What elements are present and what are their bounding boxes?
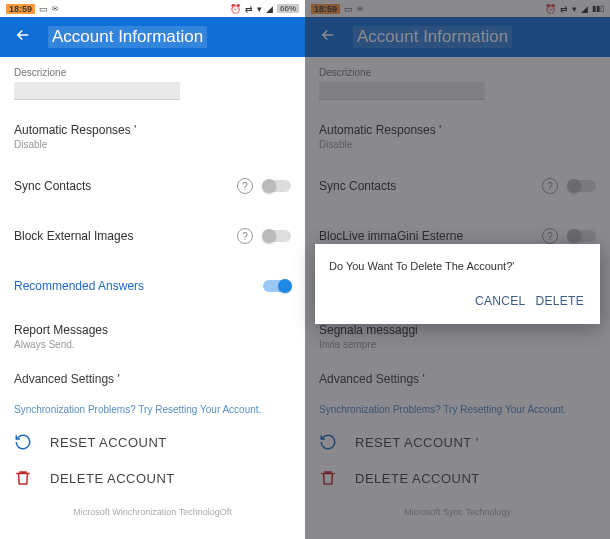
recommended-label: Recommended Answers [14, 279, 144, 293]
sync-contacts-row: Sync Contacts ? [14, 172, 291, 200]
delete-account-row[interactable]: DELETE ACCOUNT [14, 469, 291, 487]
battery-label: 66% [277, 4, 299, 13]
status-icon-app: ▭ [39, 4, 48, 14]
alarm-icon: ⏰ [545, 4, 556, 14]
description-field[interactable] [319, 82, 485, 100]
recommended-toggle[interactable] [263, 280, 291, 292]
help-icon[interactable]: ? [542, 228, 558, 244]
block-images-toggle[interactable] [568, 230, 596, 242]
block-images-toggle[interactable] [263, 230, 291, 242]
link-icon: ⇄ [560, 4, 568, 14]
sync-contacts-row: Sync Contacts ? [319, 172, 596, 200]
reset-icon [319, 433, 337, 451]
description-field[interactable] [14, 82, 180, 100]
description-label: Descrizione [319, 67, 596, 78]
footer-text: Microsoft Sync Technology [319, 507, 596, 517]
block-images-row: Block External Images ? [14, 222, 291, 250]
wifi-icon: ▾ [257, 4, 262, 14]
page-title: Account Information [353, 26, 512, 48]
sync-problems-text: Synchronization Problems? Try Resetting … [319, 404, 596, 415]
help-icon[interactable]: ? [542, 178, 558, 194]
delete-confirm-dialog: Do You Want To Delete The Account?' CANC… [315, 244, 600, 324]
status-time: 18:59 [311, 4, 340, 14]
block-images-label: Block External Images [14, 229, 133, 243]
help-icon[interactable]: ? [237, 178, 253, 194]
advanced-settings[interactable]: Advanced Settings ' [14, 372, 291, 386]
status-icon-app: ▭ [344, 4, 353, 14]
delete-account-label: DELETE ACCOUNT [50, 471, 175, 486]
footer-text: Microsoft Winchronization TechnologOft [14, 507, 291, 517]
advanced-settings[interactable]: Advanced Settings ' [319, 372, 596, 386]
auto-responses-value: Disable [319, 139, 441, 150]
reset-account-label: RESET ACCOUNT [50, 435, 167, 450]
delete-account-row[interactable]: DELETE ACCOUNT [319, 469, 596, 487]
phone-left: 18:59 ▭ ✉ ⏰ ⇄ ▾ ◢ 66% Account Informatio… [0, 0, 305, 539]
auto-responses-row[interactable]: Automatic Responses ' Disable [14, 122, 291, 150]
delete-account-label: DELETE ACCOUNT [355, 471, 480, 486]
auto-responses-row[interactable]: Automatic Responses ' Disable [319, 122, 596, 150]
dialog-delete-button[interactable]: DELETE [534, 290, 586, 312]
sync-problems-text: Synchronization Problems? Try Resetting … [14, 404, 291, 415]
status-icon-msg: ✉ [357, 5, 363, 13]
dialog-message: Do You Want To Delete The Account?' [329, 260, 586, 272]
sync-contacts-toggle[interactable] [263, 180, 291, 192]
status-bar: 18:59 ▭ ✉ ⏰ ⇄ ▾ ◢ ▮▮▯ [305, 0, 610, 17]
status-bar: 18:59 ▭ ✉ ⏰ ⇄ ▾ ◢ 66% [0, 0, 305, 17]
trash-icon [14, 469, 32, 487]
sync-contacts-toggle[interactable] [568, 180, 596, 192]
back-button[interactable] [14, 26, 32, 48]
page-title: Account Information [48, 26, 207, 48]
back-button[interactable] [319, 26, 337, 48]
help-icon[interactable]: ? [237, 228, 253, 244]
description-label: Descrizione [14, 67, 291, 78]
header-bar: Account Information [305, 17, 610, 57]
report-label: Report Messages [14, 323, 108, 337]
reset-account-row[interactable]: RESET ACCOUNT [14, 433, 291, 451]
report-row[interactable]: Report Messages Always Send. [14, 322, 291, 350]
block-images-label: BlocLive immaGini Esterne [319, 229, 463, 243]
report-label: Segnala messaggi [319, 323, 418, 337]
report-value: Always Send. [14, 339, 108, 350]
reset-account-row[interactable]: RESET ACCOUNT ' [319, 433, 596, 451]
report-row[interactable]: Segnala messaggi Invia sempre [319, 322, 596, 350]
phone-right: 18:59 ▭ ✉ ⏰ ⇄ ▾ ◢ ▮▮▯ Account Informatio… [305, 0, 610, 539]
report-value: Invia sempre [319, 339, 418, 350]
reset-account-label: RESET ACCOUNT ' [355, 435, 479, 450]
signal-icon: ◢ [581, 4, 588, 14]
auto-responses-value: Disable [14, 139, 136, 150]
auto-responses-label: Automatic Responses ' [14, 123, 136, 137]
reset-icon [14, 433, 32, 451]
signal-icon: ◢ [266, 4, 273, 14]
header-bar: Account Information [0, 17, 305, 57]
link-icon: ⇄ [245, 4, 253, 14]
auto-responses-label: Automatic Responses ' [319, 123, 441, 137]
trash-icon [319, 469, 337, 487]
content-area: Descrizione Automatic Responses ' Disabl… [0, 57, 305, 525]
alarm-icon: ⏰ [230, 4, 241, 14]
battery-icon: ▮▮▯ [592, 4, 604, 13]
sync-contacts-label: Sync Contacts [319, 179, 396, 193]
wifi-icon: ▾ [572, 4, 577, 14]
status-icon-msg: ✉ [52, 5, 58, 13]
dialog-cancel-button[interactable]: CANCEL [473, 290, 527, 312]
sync-contacts-label: Sync Contacts [14, 179, 91, 193]
recommended-row: Recommended Answers [14, 272, 291, 300]
status-time: 18:59 [6, 4, 35, 14]
